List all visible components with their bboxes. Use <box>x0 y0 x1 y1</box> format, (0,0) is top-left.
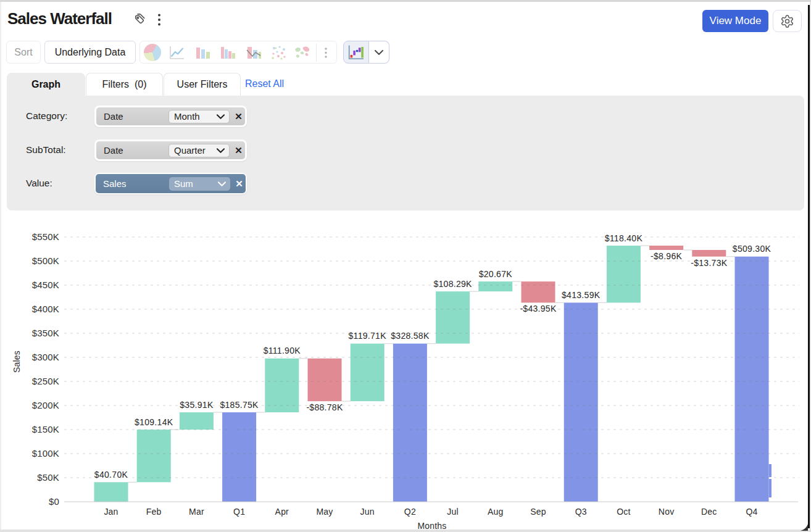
svg-text:$100K: $100K <box>32 448 59 459</box>
svg-text:Q3: Q3 <box>575 507 587 517</box>
svg-text:$500K: $500K <box>32 256 59 266</box>
svg-text:Jul: Jul <box>447 507 459 517</box>
svg-text:May: May <box>316 507 333 517</box>
svg-text:$550K: $550K <box>32 231 59 242</box>
svg-text:Jan: Jan <box>104 507 118 517</box>
svg-text:Q2: Q2 <box>404 507 416 517</box>
svg-text:Months: Months <box>417 521 446 531</box>
svg-text:Sep: Sep <box>530 507 546 517</box>
svg-text:Aug: Aug <box>488 507 504 517</box>
svg-text:$109.14K: $109.14K <box>135 417 173 427</box>
svg-text:$20.67K: $20.67K <box>479 269 513 279</box>
svg-text:$200K: $200K <box>32 400 59 410</box>
svg-text:$300K: $300K <box>32 352 59 362</box>
svg-text:$50K: $50K <box>37 472 59 483</box>
svg-text:$509.30K: $509.30K <box>733 244 771 254</box>
svg-text:Jun: Jun <box>360 507 375 517</box>
svg-text:Sales: Sales <box>12 351 22 373</box>
svg-text:Dec: Dec <box>701 507 717 517</box>
svg-text:Nov: Nov <box>659 507 675 517</box>
svg-text:$108.29K: $108.29K <box>433 279 472 289</box>
svg-text:-$88.78K: -$88.78K <box>306 402 343 412</box>
svg-text:Feb: Feb <box>146 507 162 517</box>
svg-text:Oct: Oct <box>617 507 630 517</box>
svg-text:$185.75K: $185.75K <box>220 400 259 410</box>
svg-text:Mar: Mar <box>189 507 204 517</box>
svg-text:Apr: Apr <box>275 507 289 517</box>
svg-text:$118.40K: $118.40K <box>605 233 643 243</box>
svg-text:$328.58K: $328.58K <box>391 331 430 341</box>
svg-text:$111.90K: $111.90K <box>264 346 301 355</box>
svg-text:$35.91K: $35.91K <box>180 400 214 410</box>
svg-text:$250K: $250K <box>32 376 59 386</box>
svg-text:-$8.96K: -$8.96K <box>651 251 682 261</box>
svg-text:$150K: $150K <box>32 424 59 434</box>
svg-text:$119.71K: $119.71K <box>349 331 387 341</box>
svg-text:$40.70K: $40.70K <box>94 470 128 480</box>
svg-text:$0: $0 <box>49 496 59 507</box>
svg-text:Q4: Q4 <box>746 507 757 517</box>
svg-text:$350K: $350K <box>32 328 59 338</box>
svg-text:-$43.95K: -$43.95K <box>520 304 557 314</box>
svg-text:$450K: $450K <box>32 280 59 290</box>
svg-text:$400K: $400K <box>32 304 59 314</box>
svg-text:-$13.73K: -$13.73K <box>691 258 728 268</box>
svg-text:$413.59K: $413.59K <box>562 290 601 300</box>
svg-text:Q1: Q1 <box>233 507 245 517</box>
